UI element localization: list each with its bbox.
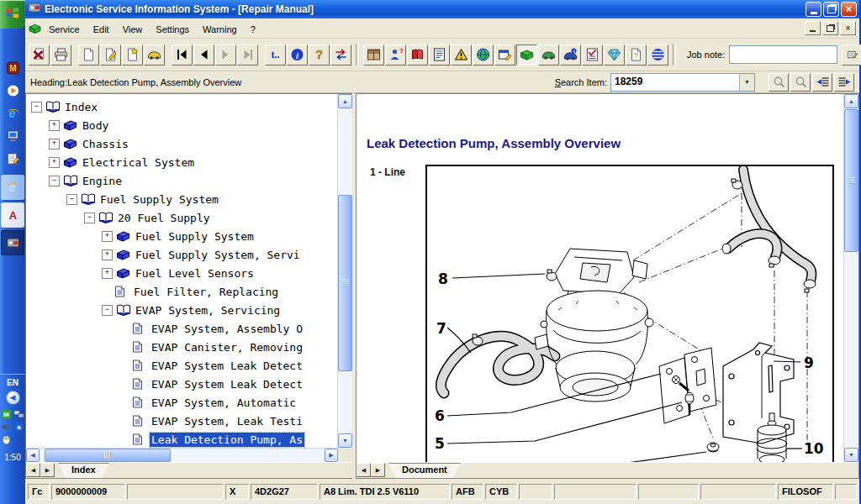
scroll-down-icon[interactable]: ▼ [338, 433, 352, 448]
new-note-button[interactable] [122, 45, 143, 66]
menu-item-settings[interactable]: Settings [149, 22, 196, 37]
search-item-value[interactable]: 18259 [611, 74, 739, 91]
tab-document[interactable]: Document [388, 463, 461, 478]
internet-explorer-task-button[interactable]: e [1, 175, 24, 200]
acrobat-task-button[interactable]: A [1, 202, 24, 228]
tree-item-label[interactable]: Body [81, 118, 110, 133]
tree-item-label[interactable]: Fuel Filter, Replacing [132, 285, 280, 299]
internet-explorer-icon[interactable]: e [3, 104, 22, 123]
menu-item-edit[interactable]: Edit [87, 22, 116, 37]
print-button[interactable] [50, 45, 71, 66]
tree-item-label[interactable]: EVAP Canister, Removing [150, 340, 304, 354]
document-vertical-scrollbar[interactable]: ▲ ▼ [843, 94, 858, 462]
start-button[interactable] [0, 0, 25, 29]
tree-item[interactable]: +Fuel Supply System [26, 227, 337, 245]
elsawin-m-icon[interactable]: M [3, 59, 22, 77]
tree-item-label[interactable]: EVAP System Leak Detect [150, 359, 304, 373]
edit-document-button[interactable] [100, 45, 121, 66]
mail-compose-icon[interactable] [3, 150, 22, 168]
new-document-button[interactable] [78, 45, 99, 66]
scroll-up-icon[interactable]: ▲ [338, 94, 352, 108]
tree-item[interactable]: Fuel Filter, Replacing [26, 282, 337, 301]
close-button[interactable]: × [841, 2, 857, 17]
tree-item[interactable]: Leak Detection Pump, As [26, 430, 337, 448]
tree-item-label[interactable]: Fuel Supply System [98, 192, 220, 207]
tree-item-label[interactable]: EVAP System, Automatic [150, 396, 298, 410]
tree-item-label[interactable]: Chassis [81, 137, 130, 151]
language-indicator[interactable]: EN [7, 378, 18, 387]
expand-icon[interactable]: + [49, 157, 60, 168]
tree-item[interactable]: EVAP Canister, Removing [26, 338, 337, 356]
tree-item-label[interactable]: Engine [81, 174, 124, 188]
tree-item-label[interactable]: EVAP System, Assembly O [150, 322, 304, 336]
green-car-button[interactable] [538, 45, 559, 66]
network-tray-icon[interactable] [13, 408, 24, 419]
job-note-edit-button[interactable] [842, 45, 861, 66]
collapse-icon[interactable]: − [66, 194, 77, 205]
manual-book-button[interactable] [407, 45, 428, 66]
menu-item-view[interactable]: View [116, 22, 150, 37]
car-info-button[interactable]: i [560, 45, 581, 66]
first-record-button[interactable] [172, 45, 193, 66]
minimize-button[interactable] [806, 2, 821, 17]
exit-button[interactable] [29, 45, 50, 66]
expand-icon[interactable]: + [49, 120, 60, 131]
tree-item[interactable]: +Electrical System [26, 153, 337, 171]
tree-item-label[interactable]: Fuel Supply System [134, 229, 256, 244]
scroll-right-icon[interactable]: ▶ [325, 449, 338, 462]
doc-tab-scroll-left-icon[interactable]: ◀ [357, 463, 371, 477]
tree-item-label[interactable]: EVAP System, Servicing [134, 303, 282, 318]
repair-manual-button[interactable] [516, 45, 537, 66]
mdi-restore-button[interactable] [822, 21, 838, 35]
tree-item-label[interactable]: EVAP System, Leak Testi [150, 414, 304, 428]
doc-scroll-down-icon[interactable]: ▼ [844, 448, 858, 462]
tree-item[interactable]: −Engine [26, 171, 337, 190]
mdi-close-button[interactable]: × [840, 21, 856, 35]
collapse-icon[interactable]: − [31, 102, 42, 113]
expand-icon[interactable]: + [102, 249, 113, 260]
tree-scroll-thumb[interactable] [338, 195, 352, 371]
restore-button[interactable] [823, 2, 839, 17]
child-window-icon[interactable] [27, 23, 42, 34]
text-button[interactable]: t.. [265, 45, 286, 66]
crystal-button[interactable] [604, 45, 625, 66]
tree-item[interactable]: EVAP System Leak Detect [26, 375, 337, 393]
tree-item-label[interactable]: 20 Fuel Supply [116, 211, 212, 225]
tab-scroll-right-icon[interactable]: ▶ [40, 463, 55, 477]
tree-item[interactable]: EVAP System Leak Detect [26, 356, 337, 375]
help-button[interactable]: ? [309, 45, 330, 66]
expand-icon[interactable]: + [102, 268, 113, 279]
tree-item[interactable]: +Chassis [26, 134, 337, 153]
tab-scroll-left-icon[interactable]: ◀ [26, 463, 40, 477]
checklist-button[interactable] [582, 45, 603, 66]
job-note-input[interactable] [729, 45, 837, 64]
tree-item-label[interactable]: EVAP System Leak Detect [150, 377, 304, 391]
info-button[interactable]: i [287, 45, 308, 66]
previous-record-button[interactable] [193, 45, 214, 66]
mouse-tray-icon[interactable] [1, 433, 12, 444]
doc-tab-scroll-right-icon[interactable]: ▶ [371, 463, 385, 477]
menu-item-service[interactable]: Service [42, 22, 87, 37]
warning-button[interactable] [451, 45, 472, 66]
tree-item[interactable]: −EVAP System, Servicing [26, 301, 337, 319]
elsawin-task-button[interactable] [1, 230, 24, 255]
window-edit-button[interactable] [494, 45, 515, 66]
tab-index[interactable]: Index [58, 463, 109, 478]
window-grid-button[interactable] [363, 45, 384, 66]
list-goto-button[interactable] [834, 73, 854, 92]
my-computer-icon[interactable] [3, 127, 22, 145]
search-item-combobox[interactable]: 18259 ▼ [610, 73, 755, 92]
elsawin-tray-icon[interactable]: M [1, 408, 12, 419]
expand-icon[interactable]: + [102, 231, 113, 242]
tree-item-label[interactable]: Fuel Level Sensors [134, 266, 256, 281]
customer-search-button[interactable]: ? [385, 45, 406, 66]
media-player-icon[interactable] [3, 81, 22, 100]
tree-item[interactable]: −Index [26, 97, 337, 116]
mdi-minimize-button[interactable] [805, 21, 821, 35]
tree-item[interactable]: EVAP System, Automatic [26, 393, 337, 412]
document-help-button[interactable]: ? [626, 45, 647, 66]
volume-tray-icon[interactable] [1, 421, 12, 432]
tree-vertical-scrollbar[interactable]: ▲ ▼ [337, 94, 352, 448]
tree-item-label[interactable]: Index [63, 100, 99, 114]
globe-button[interactable] [473, 45, 494, 66]
